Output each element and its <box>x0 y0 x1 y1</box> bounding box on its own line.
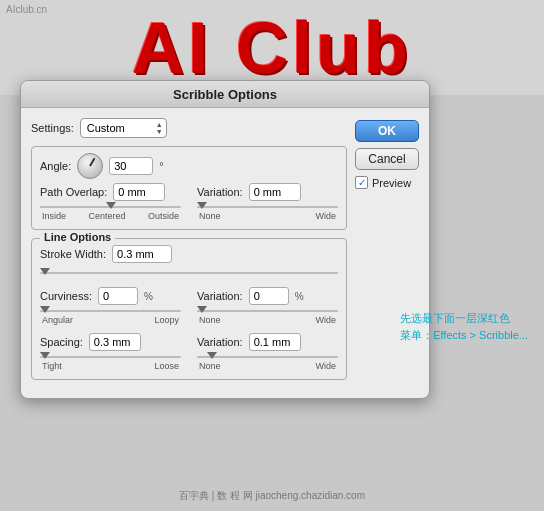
settings-label: Settings: <box>31 122 74 134</box>
line-options-label: Line Options <box>40 231 115 243</box>
preview-label: Preview <box>372 177 411 189</box>
path-variation-label: Variation: <box>197 186 243 198</box>
curviness-row: Curviness: % Angular Loopy <box>40 287 338 325</box>
dialog-left-panel: Settings: Custom ▲ ▼ Angle: ° <box>31 118 347 388</box>
path-overlap-label: Path Overlap: <box>40 186 107 198</box>
banner-title: AI Club <box>132 7 412 89</box>
path-overlap-labels: Inside Centered Outside <box>40 211 181 221</box>
curviness-variation-labels: None Wide <box>197 315 338 325</box>
spacing-variation-slider[interactable] <box>197 353 338 361</box>
path-overlap-slider[interactable] <box>40 203 181 211</box>
dropdown-arrows: ▲ ▼ <box>155 120 164 136</box>
path-variation-col: Variation: None Wide <box>197 183 338 221</box>
path-overlap-input[interactable] <box>113 183 165 201</box>
curviness-slider[interactable] <box>40 307 181 315</box>
spacing-row: Spacing: Tight Loose <box>40 333 338 371</box>
spacing-input[interactable] <box>89 333 141 351</box>
spacing-slider[interactable] <box>40 353 181 361</box>
dialog-body: Settings: Custom ▲ ▼ Angle: ° <box>21 108 429 398</box>
curviness-unit: % <box>144 291 153 302</box>
spacing-col: Spacing: Tight Loose <box>40 333 181 371</box>
settings-value: Custom <box>83 122 153 134</box>
spacing-variation-input[interactable] <box>249 333 301 351</box>
stroke-width-input[interactable] <box>112 245 172 263</box>
curviness-variation-col: Variation: % None Wide <box>197 287 338 325</box>
dialog-right-panel: OK Cancel ✓ Preview <box>355 118 419 388</box>
stroke-width-row: Stroke Width: <box>40 245 338 263</box>
curviness-variation-slider[interactable] <box>197 307 338 315</box>
spacing-variation-label: Variation: <box>197 336 243 348</box>
preview-checkbox[interactable]: ✓ <box>355 176 368 189</box>
annotation: 先选最下面一层深红色 菜单：Effects > Scribble... <box>400 310 528 343</box>
curviness-labels: Angular Loopy <box>40 315 181 325</box>
stroke-width-slider[interactable] <box>40 269 338 277</box>
ok-button[interactable]: OK <box>355 120 419 142</box>
spacing-label: Spacing: <box>40 336 83 348</box>
curviness-label: Curviness: <box>40 290 92 302</box>
path-variation-slider[interactable] <box>197 203 338 211</box>
settings-row: Settings: Custom ▲ ▼ <box>31 118 347 138</box>
stroke-width-label: Stroke Width: <box>40 248 106 260</box>
preview-row: ✓ Preview <box>355 176 419 189</box>
dialog-title: Scribble Options <box>21 81 429 108</box>
annotation-line2: 菜单：Effects > Scribble... <box>400 327 528 344</box>
angle-dial[interactable] <box>77 153 103 179</box>
angle-unit: ° <box>159 160 163 172</box>
spacing-variation-labels: None Wide <box>197 361 338 371</box>
cancel-button[interactable]: Cancel <box>355 148 419 170</box>
curviness-input[interactable] <box>98 287 138 305</box>
angle-row: Angle: ° <box>40 153 338 179</box>
angle-label: Angle: <box>40 160 71 172</box>
angle-input[interactable] <box>109 157 153 175</box>
curviness-col: Curviness: % Angular Loopy <box>40 287 181 325</box>
path-variation-labels: None Wide <box>197 211 338 221</box>
spacing-labels: Tight Loose <box>40 361 181 371</box>
watermark-top: AIclub.cn <box>6 4 47 15</box>
path-variation-input[interactable] <box>249 183 301 201</box>
spacing-variation-col: Variation: None Wide <box>197 333 338 371</box>
main-settings-section: Angle: ° Path Overlap: <box>31 146 347 230</box>
curviness-variation-input[interactable] <box>249 287 289 305</box>
watermark-bottom: 百宇典 | 数 程 网 jiaocheng.chazidian.com <box>179 489 365 503</box>
line-options-section: Line Options Stroke Width: Curviness: <box>31 238 347 380</box>
annotation-line1: 先选最下面一层深红色 <box>400 310 528 327</box>
curviness-variation-label: Variation: <box>197 290 243 302</box>
path-overlap-row: Path Overlap: Inside Centered Outside <box>40 183 338 221</box>
curviness-variation-unit: % <box>295 291 304 302</box>
settings-dropdown[interactable]: Custom ▲ ▼ <box>80 118 167 138</box>
dialog: Scribble Options Settings: Custom ▲ ▼ An… <box>20 80 430 399</box>
path-overlap-col: Path Overlap: Inside Centered Outside <box>40 183 181 221</box>
